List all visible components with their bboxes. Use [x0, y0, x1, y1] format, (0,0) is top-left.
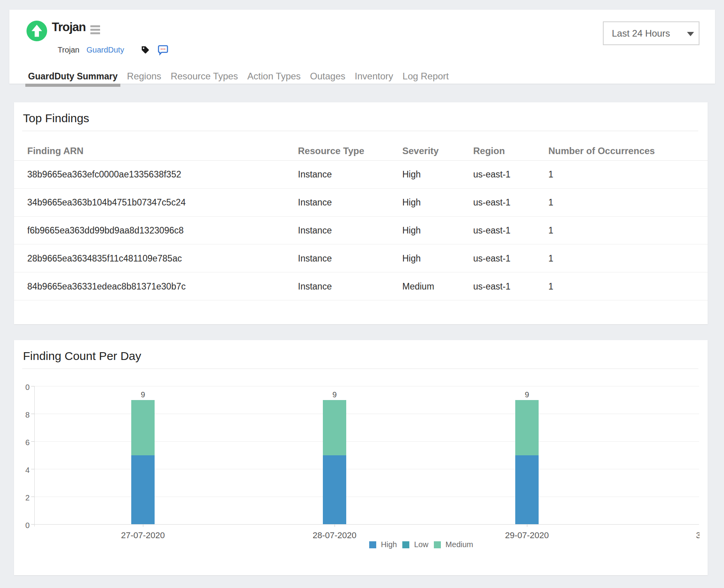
- y-axis-label: 8: [14, 411, 30, 419]
- bar-segment-medium: [131, 400, 155, 455]
- top-findings-title: Top Findings: [23, 112, 89, 125]
- region: us-east-1: [473, 169, 511, 180]
- tab-inventory[interactable]: Inventory: [355, 71, 393, 82]
- tab-log-report[interactable]: Log Report: [403, 71, 449, 82]
- bar-segment-medium: [323, 400, 346, 455]
- x-axis-label: 29-07-2020: [505, 530, 549, 541]
- tab-resource-types[interactable]: Resource Types: [171, 71, 238, 82]
- severity: High: [402, 225, 421, 235]
- tab-outages[interactable]: Outages: [310, 71, 345, 82]
- time-range-value: Last 24 Hours: [612, 22, 670, 44]
- finding-arn: 28b9665ea3634835f11c481109e785ac: [27, 253, 182, 263]
- page-title: Trojan: [52, 20, 86, 34]
- legend-item-medium: Medium: [434, 540, 473, 549]
- column-header: Region: [473, 146, 505, 156]
- breadcrumb-entity: Trojan: [58, 46, 79, 54]
- region: us-east-1: [473, 197, 511, 208]
- y-axis-label: 2: [14, 493, 30, 502]
- table-header: Finding ARNResource TypeSeverityRegionNu…: [14, 143, 708, 160]
- table-row: 34b9665ea363b104b4751b07347c5c24Instance…: [14, 189, 708, 217]
- header-band: Trojan Trojan GuardDuty GuardDuty Summar…: [9, 10, 715, 84]
- menu-icon[interactable]: [90, 25, 100, 36]
- table-row: 38b9665ea363efc0000ae1335638f352Instance…: [14, 161, 708, 189]
- region: us-east-1: [473, 225, 511, 235]
- occurrences: 1: [548, 281, 553, 291]
- column-header: Finding ARN: [27, 146, 83, 156]
- status-up-icon: [26, 21, 47, 41]
- comment-icon[interactable]: [158, 45, 168, 57]
- bar-segment-high: [131, 455, 155, 525]
- legend-item-low: Low: [402, 540, 428, 549]
- resource-type: Instance: [298, 281, 332, 291]
- bar-segment-high: [515, 455, 539, 525]
- resource-type: Instance: [298, 225, 332, 235]
- finding-arn: f6b9665ea363dd99bd9aa8d1323096c8: [27, 225, 184, 235]
- severity: High: [402, 253, 421, 263]
- severity: High: [402, 197, 421, 208]
- occurrences: 1: [548, 253, 553, 263]
- chevron-down-icon: [687, 32, 694, 36]
- table-row: f6b9665ea363dd99bd9aa8d1323096c8Instance…: [14, 217, 708, 245]
- x-axis-label: 28-07-2020: [313, 530, 357, 541]
- top-findings-card: Top Findings Finding ARNResource TypeSev…: [14, 102, 708, 324]
- finding-arn: 34b9665ea363b104b4751b07347c5c24: [27, 197, 186, 208]
- x-axis-label: 27-07-2020: [121, 530, 165, 541]
- breadcrumb-service-link[interactable]: GuardDuty: [86, 46, 124, 54]
- tag-icon[interactable]: [141, 46, 150, 56]
- x-axis-label-clipped: 3: [696, 530, 699, 541]
- table-row: 84b9665ea36331edeac8b81371e30b7cInstance…: [14, 272, 708, 300]
- column-header: Number of Occurrences: [548, 146, 655, 156]
- bar-segment-high: [323, 455, 346, 525]
- finding-count-card: Finding Count Per Day 086420927-07-20209…: [14, 340, 708, 575]
- severity: Medium: [402, 281, 434, 291]
- bar-value-label: 9: [141, 390, 145, 399]
- y-axis-label: 0: [14, 383, 30, 392]
- finding-arn: 38b9665ea363efc0000ae1335638f352: [27, 169, 181, 180]
- tab-guardduty-summary[interactable]: GuardDuty Summary: [28, 71, 118, 82]
- bar-value-label: 9: [332, 390, 336, 399]
- table-row: 28b9665ea3634835f11c481109e785acInstance…: [14, 244, 708, 272]
- region: us-east-1: [473, 281, 511, 291]
- resource-type: Instance: [298, 253, 332, 263]
- severity: High: [402, 169, 421, 180]
- occurrences: 1: [548, 169, 553, 180]
- resource-type: Instance: [298, 169, 332, 180]
- y-axis-label: 6: [14, 438, 30, 447]
- resource-type: Instance: [298, 197, 332, 208]
- chart-legend: HighLowMedium: [369, 540, 473, 549]
- region: us-east-1: [473, 253, 511, 263]
- time-range-dropdown[interactable]: Last 24 Hours: [603, 21, 699, 45]
- finding-arn: 84b9665ea36331edeac8b81371e30b7c: [27, 281, 186, 291]
- occurrences: 1: [548, 197, 553, 208]
- table-body: 38b9665ea363efc0000ae1335638f352Instance…: [14, 161, 708, 300]
- column-header: Severity: [402, 146, 439, 156]
- finding-count-chart: 086420927-07-2020928-07-2020929-07-20203…: [14, 340, 708, 575]
- column-header: Resource Type: [298, 146, 364, 156]
- legend-item-high: High: [369, 540, 397, 549]
- y-axis-label: 0: [14, 521, 30, 530]
- bar-value-label: 9: [525, 390, 529, 399]
- y-axis-label: 4: [14, 466, 30, 475]
- tab-regions[interactable]: Regions: [127, 71, 161, 82]
- occurrences: 1: [548, 225, 553, 235]
- bar-segment-medium: [515, 400, 539, 455]
- tab-bar: GuardDuty SummaryRegionsResource TypesAc…: [28, 67, 449, 85]
- tab-action-types[interactable]: Action Types: [247, 71, 301, 82]
